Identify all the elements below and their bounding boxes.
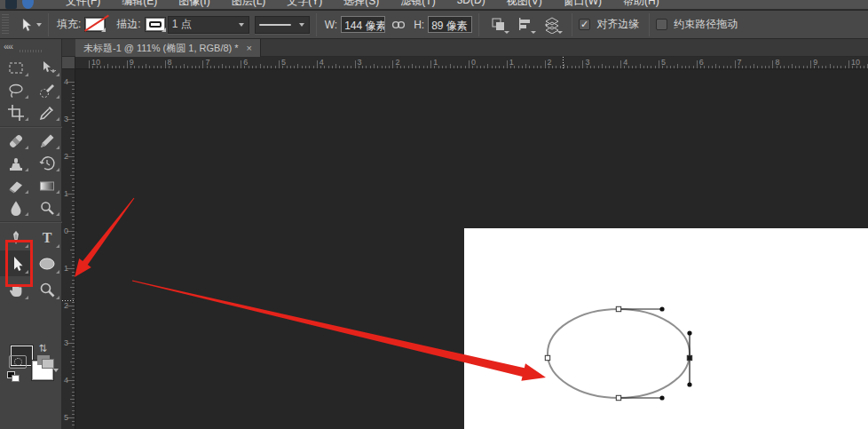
- move-tool[interactable]: [31, 57, 62, 79]
- ruler-tick: [772, 60, 773, 68]
- options-grip[interactable]: [2, 14, 9, 36]
- zoom-tool[interactable]: [31, 276, 62, 302]
- ruler-tick: [149, 66, 150, 68]
- clone-stamp-tool[interactable]: [0, 152, 31, 174]
- ruler-tick: [450, 64, 451, 68]
- ruler-tick: [667, 66, 667, 68]
- ellipse-tool[interactable]: [31, 250, 62, 276]
- lasso-tool[interactable]: [0, 79, 31, 101]
- tool-preset-picker[interactable]: [20, 18, 42, 32]
- blur-tool[interactable]: [0, 196, 31, 218]
- ruler-label: 9: [130, 58, 134, 67]
- ruler-tick: [72, 265, 75, 266]
- swap-colors-icon[interactable]: ⇄: [37, 344, 49, 352]
- constrain-path-drag-toggle[interactable]: 约束路径拖动: [656, 17, 741, 32]
- ruler-tick: [598, 66, 599, 68]
- link-dimensions-button[interactable]: [387, 14, 410, 36]
- ruler-origin-corner[interactable]: [62, 57, 75, 69]
- menu-3D[interactable]: 3D(D): [446, 0, 496, 10]
- collapse-panel-button[interactable]: ««: [4, 41, 12, 52]
- type-icon: T: [38, 229, 56, 247]
- ruler-tick: [138, 66, 139, 68]
- stroke-type-combo[interactable]: [255, 16, 310, 34]
- ruler-tick: [287, 66, 288, 68]
- spot-healing-brush-tool[interactable]: [0, 130, 31, 152]
- menu-图层[interactable]: 图层(L): [221, 0, 277, 10]
- document-canvas[interactable]: [464, 228, 868, 429]
- quick-selection-tool[interactable]: [31, 79, 62, 101]
- ruler-label: 3: [585, 58, 589, 67]
- type-tool[interactable]: T: [31, 225, 62, 250]
- screen-mode-icon: [42, 359, 54, 369]
- divider: [572, 13, 572, 36]
- menu-选择[interactable]: 选择(S): [333, 0, 390, 10]
- menu-视图[interactable]: 视图(V): [496, 0, 553, 10]
- ruler-tick: [72, 107, 75, 108]
- menu-编辑[interactable]: 编辑(E): [111, 0, 168, 10]
- ruler-tick: [499, 66, 500, 68]
- ruler-tick: [408, 66, 409, 68]
- ruler-tick: [382, 66, 383, 68]
- stroke-swatch[interactable]: [145, 17, 166, 32]
- ruler-tick: [803, 66, 804, 68]
- flyout-indicator: [56, 244, 59, 248]
- ruler-label: 0: [64, 226, 68, 235]
- eyedropper-tool[interactable]: [31, 101, 62, 123]
- photoshop-app-icon[interactable]: [5, 0, 17, 9]
- ruler-tick: [70, 212, 75, 213]
- menu-图像[interactable]: 图像(I): [168, 0, 220, 10]
- path-arrangement-button[interactable]: [541, 14, 564, 36]
- crop-tool[interactable]: [0, 101, 31, 123]
- ruler-tick: [72, 290, 75, 291]
- panel-grip[interactable]: [20, 50, 43, 52]
- ruler-tick: [72, 410, 75, 411]
- canvas-pasteboard[interactable]: [75, 69, 868, 429]
- menu-文件[interactable]: 文件(F): [55, 0, 111, 10]
- path-operations-button[interactable]: [487, 14, 510, 36]
- path-alignment-button[interactable]: [514, 14, 537, 36]
- ruler-tick: [430, 60, 431, 68]
- dodge-tool[interactable]: [31, 196, 62, 218]
- align-edges-toggle[interactable]: ✓ 对齐边缘: [579, 17, 643, 32]
- chevron-down-icon: [162, 28, 166, 32]
- ruler-tick: [427, 66, 428, 68]
- bridge-icon[interactable]: [22, 0, 34, 9]
- ruler-tick: [187, 66, 188, 68]
- menu-帮助[interactable]: 帮助(H): [612, 0, 670, 10]
- ruler-tick: [564, 64, 564, 68]
- ruler-tick: [822, 66, 823, 68]
- eraser-tool[interactable]: [0, 174, 31, 196]
- chevron-down-icon: [101, 28, 106, 32]
- ruler-tick: [72, 346, 75, 347]
- ruler-tick: [72, 182, 75, 183]
- ruler-tick: [647, 66, 648, 68]
- screen-mode-button[interactable]: [37, 355, 57, 370]
- flyout-indicator: [25, 212, 28, 216]
- gradient-tool[interactable]: [31, 174, 62, 196]
- close-icon[interactable]: ×: [247, 43, 252, 53]
- ruler-tick: [241, 60, 241, 68]
- ruler-tick: [795, 66, 796, 68]
- ruler-tick: [609, 66, 610, 68]
- history-brush-tool[interactable]: [31, 152, 62, 174]
- ruler-tick: [818, 66, 819, 68]
- height-field[interactable]: 89 像素: [428, 16, 472, 33]
- horizontal-ruler: 10987654321012345678910: [75, 57, 868, 69]
- quick-mask-button[interactable]: [9, 355, 27, 369]
- ruler-tick: [72, 358, 75, 359]
- ruler-tick: [142, 66, 143, 68]
- default-colors-button[interactable]: [7, 371, 20, 382]
- menu-滤镜[interactable]: 滤镜(T): [390, 0, 446, 10]
- ruler-tick: [72, 227, 75, 228]
- width-field[interactable]: 144 像素: [341, 16, 385, 33]
- ruler-tick: [370, 66, 371, 68]
- fill-swatch[interactable]: [84, 17, 106, 32]
- document-tab[interactable]: 未标题-1 @ 111% (椭圆 1, RGB/8) * ×: [75, 39, 261, 57]
- options-bar: 填充: 描边: 1 点 W: 144 像素 H: 89 像素: [0, 11, 868, 39]
- stroke-width-combo[interactable]: 1 点: [168, 16, 249, 34]
- menu-窗口[interactable]: 窗口(W): [553, 0, 612, 10]
- rectangular-marquee-tool[interactable]: [0, 57, 31, 79]
- menu-文字[interactable]: 文字(Y): [276, 0, 333, 10]
- brush-tool[interactable]: [31, 130, 62, 152]
- ruler-tick: [392, 60, 393, 68]
